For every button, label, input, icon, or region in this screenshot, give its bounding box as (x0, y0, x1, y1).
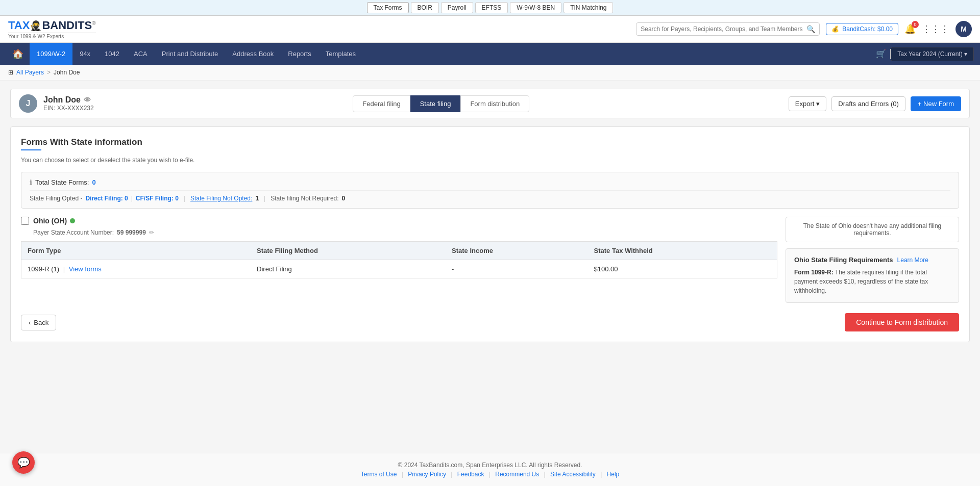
logo-subtitle: Your 1099 & W2 Experts (8, 33, 96, 39)
form-type-cell: 1099-R (1) | View forms (21, 260, 251, 278)
top-nav-tin-matching[interactable]: TIN Matching (564, 2, 613, 13)
forms-table: Form Type State Filing Method State Inco… (21, 241, 777, 278)
main-navigation: 🏠 1099/W-2 94x 1042 ACA Print and Distri… (0, 43, 980, 65)
notification-badge: 0 (912, 21, 919, 28)
state-income-cell: - (446, 260, 588, 278)
tax-year-selector[interactable]: Tax Year 2024 (Current) ▾ (891, 47, 974, 61)
nav-templates[interactable]: Templates (318, 43, 363, 65)
top-nav-tax-forms[interactable]: Tax Forms (367, 2, 409, 13)
notification-button[interactable]: 🔔 0 (904, 23, 916, 35)
top-nav-payroll[interactable]: Payroll (441, 2, 473, 13)
top-nav-boir[interactable]: BOIR (411, 2, 439, 13)
info-icon: ℹ (30, 178, 32, 186)
footer-recommend[interactable]: Recommend Us (495, 471, 539, 478)
right-column: The State of Ohio doesn't have any addit… (786, 217, 959, 303)
footer-help[interactable]: Help (607, 471, 620, 478)
payer-info: John Doe 👁 EIN: XX-XXXX232 (43, 95, 94, 112)
back-chevron-icon: ‹ (29, 319, 31, 326)
back-label: Back (34, 319, 48, 326)
filing-pipe3: | (264, 195, 265, 202)
footer-terms[interactable]: Terms of Use (361, 471, 397, 478)
state-account: Payer State Account Number: 59 999999 ✏ (33, 229, 777, 236)
tax-withheld-cell: $100.00 (588, 260, 777, 278)
breadcrumb-icon: ⊞ (8, 69, 13, 76)
col-filing-method: State Filing Method (251, 242, 446, 260)
nav-aca[interactable]: ACA (127, 43, 155, 65)
nav-1099-w2[interactable]: 1099/W-2 (30, 43, 72, 65)
nav-94x[interactable]: 94x (72, 43, 97, 65)
breadcrumb-separator: > (47, 69, 51, 76)
logo-text: TAX🥷BANDITS® (8, 19, 96, 32)
direct-filing-value: Direct Filing: 0 (85, 195, 128, 202)
drafts-errors-button[interactable]: Drafts and Errors (0) (831, 96, 905, 111)
grid-menu-button[interactable]: ⋮⋮⋮ (922, 23, 949, 35)
nav-1042[interactable]: 1042 (97, 43, 127, 65)
ohio-req-title: Ohio State Filing Requirements Learn Mor… (794, 256, 950, 264)
state-filing-content: Forms With State information You can cho… (10, 126, 970, 342)
ohio-form-label: Form 1099-R: (794, 269, 834, 276)
col-form-type: Form Type (21, 242, 251, 260)
bandit-cash-button[interactable]: 💰 BanditCash: $0.00 (826, 23, 898, 35)
header: TAX🥷BANDITS® Your 1099 & W2 Experts 🔍 💰 … (0, 16, 980, 43)
left-column: Ohio (OH) Payer State Account Number: 59… (21, 217, 777, 303)
col-tax-withheld: State Tax Withheld (588, 242, 777, 260)
content-area: J John Doe 👁 EIN: XX-XXXX232 Federal fil… (0, 81, 980, 453)
payer-header: J John Doe 👁 EIN: XX-XXXX232 Federal fil… (10, 89, 970, 118)
payer-actions: Export ▾ Drafts and Errors (0) + New For… (789, 96, 961, 111)
summary-panel: ℹ Total State Forms: 0 State Filing Opte… (21, 172, 959, 209)
filing-opted-label: State Filing Opted - (30, 195, 82, 202)
nav-address-book[interactable]: Address Book (225, 43, 281, 65)
nav-home[interactable]: 🏠 (6, 43, 30, 65)
tab-form-distribution[interactable]: Form distribution (460, 95, 529, 112)
edit-account-icon[interactable]: ✏ (149, 229, 154, 236)
back-button[interactable]: ‹ Back (21, 315, 56, 330)
logo[interactable]: TAX🥷BANDITS® Your 1099 & W2 Experts (8, 19, 96, 39)
search-icon: 🔍 (806, 25, 815, 33)
breadcrumb-current: John Doe (54, 69, 80, 76)
title-underline (21, 149, 41, 150)
state-header: Ohio (OH) (21, 217, 777, 225)
top-nav-w9-w8ben[interactable]: W-9/W-8 BEN (510, 2, 561, 13)
ohio-requirements-panel: Ohio State Filing Requirements Learn Mor… (786, 248, 959, 303)
breadcrumb: ⊞ All Payers > John Doe (0, 65, 980, 81)
continue-button[interactable]: Continue to Form distribution (845, 313, 959, 331)
cfsf-filing-value: CF/SF Filing: 0 (136, 195, 179, 202)
wallet-icon: 💰 (831, 25, 839, 33)
account-number: 59 999999 (117, 229, 146, 236)
search-input[interactable] (641, 25, 806, 33)
col-state-income: State Income (446, 242, 588, 260)
filing-method-cell: Direct Filing (251, 260, 446, 278)
tab-state-filing[interactable]: State filing (410, 95, 461, 112)
top-nav-eftss[interactable]: EFTSS (475, 2, 508, 13)
footer-feedback[interactable]: Feedback (457, 471, 484, 478)
state-checkbox[interactable] (21, 217, 29, 225)
not-required-label: State filing Not Required: (271, 195, 338, 202)
new-form-button[interactable]: + New Form (911, 96, 961, 111)
cart-icon[interactable]: 🛒 (876, 49, 886, 59)
tab-federal-filing[interactable]: Federal filing (353, 95, 410, 112)
nav-reports[interactable]: Reports (281, 43, 318, 65)
state-section: Ohio (OH) Payer State Account Number: 59… (21, 217, 959, 303)
ohio-no-requirements-note: The State of Ohio doesn't have any addit… (786, 217, 959, 242)
view-forms-link[interactable]: View forms (69, 265, 102, 273)
export-button[interactable]: Export ▾ (789, 96, 827, 111)
payer-name: John Doe 👁 (43, 95, 94, 105)
search-box[interactable]: 🔍 (636, 22, 820, 36)
visibility-icon[interactable]: 👁 (84, 96, 91, 104)
breadcrumb-all-payers[interactable]: All Payers (16, 69, 44, 76)
nav-print-distribute[interactable]: Print and Distribute (155, 43, 226, 65)
learn-more-link[interactable]: Learn More (897, 257, 928, 264)
user-avatar[interactable]: M (955, 21, 972, 37)
export-dropdown-icon: ▾ (816, 100, 820, 108)
chat-bubble[interactable]: 💬 (12, 451, 35, 474)
total-state-forms-label: Total State Forms: (35, 178, 89, 186)
not-opted-label[interactable]: State Filing Not Opted: (190, 195, 252, 202)
ohio-req-description: Form 1099-R: The state requires filing i… (794, 268, 950, 295)
section-description: You can choose to select or deselect the… (21, 157, 959, 164)
bandit-cash-label: BanditCash: $0.00 (842, 25, 893, 33)
footer-privacy[interactable]: Privacy Policy (408, 471, 446, 478)
chat-icon: 💬 (17, 456, 30, 469)
payer-avatar: J (19, 94, 37, 113)
footer-accessibility[interactable]: Site Accessibility (550, 471, 596, 478)
cart-area: 🛒 (876, 49, 891, 59)
